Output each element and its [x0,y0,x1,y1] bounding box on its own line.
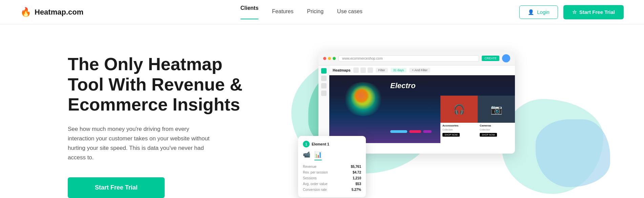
browser-url-bar[interactable]: www.ecommerceshop.com [338,55,479,62]
product-card-2-sub: Collection [478,128,515,131]
bar-segment-1 [390,130,407,133]
product-card-1-btn[interactable]: SHOP NOW [442,133,460,137]
nav-link-use-cases[interactable]: Use cases [337,8,362,16]
data-card-tabs: 📹 📊 [303,151,361,160]
hero-content: The Only Heatmap Tool With Revenue & Eco… [68,54,244,198]
nav-actions: 👤 Login ☆ Start Free Trial [519,5,624,19]
browser-dot-red [323,57,326,60]
nav-links: Clients Features Pricing Use cases [241,5,362,19]
data-card-badge: 1 Element 1 [303,141,329,147]
product-card-1-label: Accessories [440,123,478,128]
star-icon: ☆ [572,9,577,15]
browser-dot-yellow [328,57,331,60]
data-row-conversion: Conversion rate 5.27% [303,187,361,193]
bar-segment-3 [423,130,432,133]
browser-toolbar: Heatmaps Filter 31 days + And Filter [329,65,515,75]
data-row-aov: Avg. order value $53 [303,181,361,187]
data-card-header: 1 Element 1 [303,141,361,147]
hero-section: The Only Heatmap Tool With Revenue & Eco… [0,24,644,198]
badge-element-label: Element 1 [312,142,329,146]
nav-trial-label: Start Free Trial [579,9,615,15]
data-tab-chart[interactable]: 📊 [314,151,322,160]
data-card: 1 Element 1 📹 📊 Revenue $5,761 Rev. per … [298,136,366,197]
data-value-rev-session: $4.72 [353,171,361,174]
data-row-revenue: Revenue $5,761 [303,164,361,170]
data-value-conversion: 5.27% [352,188,361,192]
data-label-rev-session: Rev. per session [303,171,328,174]
data-row-rev-session: Rev. per session $4.72 [303,170,361,175]
data-label-conversion: Conversion rate [303,188,327,192]
data-row-sessions: Sessions 1,210 [303,175,361,181]
browser-dots [323,57,336,60]
blob-blue-right [536,119,610,187]
data-tab-video[interactable]: 📹 [303,151,310,160]
sidebar-item-1 [321,76,327,81]
data-label-revenue: Revenue [303,165,316,169]
data-label-sessions: Sessions [303,176,317,180]
toolbar-icon-1 [353,67,359,73]
product-card-1-sub: Collection [440,128,478,131]
hero-title: The Only Heatmap Tool With Revenue & Eco… [68,54,244,115]
heat-spot-red [353,88,370,103]
product-card-2-label: Cameras [478,123,515,128]
toolbar-and-filter[interactable]: + And Filter [409,68,430,73]
product-card-1: 🎧 Accessories Collection SHOP NOW [440,96,478,143]
heatmap-area: Electro 🎧 Accessories Collection [329,75,515,143]
toolbar-icon-2 [360,67,366,73]
toolbar-icon-3 [368,67,373,73]
sidebar-item-active [321,68,327,74]
browser-avatar [502,54,510,62]
data-value-aov: $53 [355,182,361,186]
data-value-revenue: $5,761 [351,165,361,169]
hero-description: See how much money you're driving from e… [68,124,217,162]
browser-bar: www.ecommerceshop.com CREATE [318,52,515,65]
heatmap-category-bar [390,130,432,133]
logo[interactable]: 🔥 Heatmap.com [20,7,83,17]
heatmap-brand-text: Electro [390,81,416,90]
user-icon: 👤 [528,9,534,15]
nav-trial-button[interactable]: ☆ Start Free Trial [563,5,624,19]
login-label: Login [537,9,549,15]
browser-dot-green [333,57,336,60]
nav-link-features[interactable]: Features [272,8,293,16]
bar-segment-2 [409,130,421,133]
data-label-aov: Avg. order value [303,182,328,186]
logo-icon: 🔥 [20,7,31,17]
data-value-sessions: 1,210 [353,176,361,180]
nav-link-clients[interactable]: Clients [241,5,258,19]
toolbar-filter[interactable]: Filter [376,68,388,73]
nav-link-pricing[interactable]: Pricing [307,8,324,16]
sidebar-item-2 [321,83,327,88]
hero-trial-button[interactable]: Start Free Trial [68,177,165,198]
hero-visual: www.ecommerceshop.com CREATE Heatmaps [264,45,624,198]
toolbar-days[interactable]: 31 days [391,68,407,73]
data-card-rows: Revenue $5,761 Rev. per session $4.72 Se… [303,164,361,193]
product-cards: 🎧 Accessories Collection SHOP NOW 📷 Came… [440,96,515,143]
product-card-2-image: 📷 [478,96,515,123]
product-card-1-image: 🎧 [440,96,478,123]
toolbar-section-label: Heatmaps [333,68,351,72]
toolbar-icons [353,67,373,73]
product-card-2: 📷 Cameras Collection SHOP NOW [478,96,515,143]
browser-cta-button[interactable]: CREATE [482,56,499,61]
sidebar-item-3 [321,91,327,96]
navbar: 🔥 Heatmap.com Clients Features Pricing U… [0,0,644,24]
badge-number: 1 [303,141,310,147]
product-card-2-btn[interactable]: SHOP NOW [480,133,497,137]
logo-text: Heatmap.com [35,8,83,17]
login-button[interactable]: 👤 Login [519,5,558,19]
